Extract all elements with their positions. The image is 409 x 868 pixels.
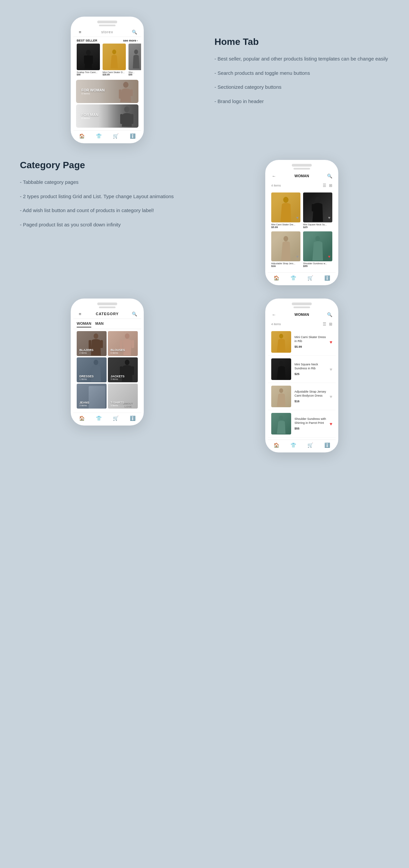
wishlist-button[interactable]: ♥ <box>296 215 299 220</box>
nav-home[interactable]: 🏠 <box>274 442 279 448</box>
items-count: 4 items <box>271 184 281 187</box>
nav-info[interactable]: ℹ️ <box>325 442 330 448</box>
grid-product-card[interactable]: ♥ Adjustable Strap Jers... $16 <box>271 231 301 268</box>
tab-woman[interactable]: WOMAN <box>77 321 91 328</box>
category-tiles-phone: ≡ CATEGORY 🔍 WOMAN MAN <box>71 299 144 426</box>
wishlist-button[interactable]: ♥ <box>330 339 332 345</box>
category-tile-jeans[interactable]: JEANS 3 items <box>77 384 107 409</box>
product-name: Mini Cami Skater Dress in Rib <box>295 335 326 343</box>
grid-product-card[interactable]: ♥ Shoulder Sundress w... $55 <box>303 231 332 268</box>
category-page-features: - Tabbable category pages - 2 types prod… <box>20 179 195 228</box>
list-product-item[interactable]: Mini Cami Skater Dress in Rib $5.99 ♥ <box>268 329 336 356</box>
wishlist-button[interactable]: ♥ <box>330 421 332 427</box>
nav-info[interactable]: ℹ️ <box>130 133 136 139</box>
tab-man[interactable]: MAN <box>95 321 104 328</box>
category-tile-tshirts[interactable]: SMOUTLOVE T-SHIRTS 3 items <box>108 384 138 409</box>
category-page-title: Category Page <box>20 160 195 170</box>
menu-icon[interactable]: ≡ <box>77 311 83 316</box>
home-header: ≡ storex 🔍 <box>73 27 141 37</box>
search-icon[interactable]: 🔍 <box>132 29 137 35</box>
page-title: WOMAN <box>277 174 327 178</box>
list-product-item[interactable]: Adjustable Strap Jersey Cami Bodycon Dre… <box>268 383 336 410</box>
svg-point-23 <box>125 360 130 365</box>
nav-category[interactable]: 👕 <box>291 275 297 281</box>
svg-point-26 <box>279 334 283 338</box>
nav-info[interactable]: ℹ️ <box>325 275 330 281</box>
tile-label: BLOUSES 0 items <box>108 346 128 356</box>
nav-home[interactable]: 🏠 <box>79 415 85 422</box>
search-icon[interactable]: 🔍 <box>327 312 332 317</box>
product-info: Shoulder Sundress with Shirring in Parro… <box>295 417 326 430</box>
product-price: $55 <box>129 73 141 76</box>
nav-category[interactable]: 👕 <box>96 133 102 139</box>
nav-category[interactable]: 👕 <box>291 442 297 448</box>
nav-info[interactable]: ℹ️ <box>130 415 136 422</box>
svg-rect-1 <box>84 56 86 64</box>
tile-label: JEANS 3 items <box>77 399 92 409</box>
list-view-icon[interactable]: ☰ <box>323 322 326 327</box>
wishlist-button[interactable]: ♥ <box>330 367 332 372</box>
woman-grid-phone: ← WOMAN 🔍 4 items ☰ ⊞ <box>265 160 338 285</box>
woman-list-topbar: ← WOMAN 🔍 <box>268 309 336 320</box>
nav-cart[interactable]: 🛒 <box>113 415 119 422</box>
category-tile-blouses[interactable]: BLOUSES 0 items <box>108 331 138 356</box>
feature-item: - Add wish list button and count of prod… <box>20 207 195 214</box>
product-info: Mini Cami Skater Dress in Rib $5.99 <box>295 335 326 348</box>
feature-item: - Search products and toggle menu button… <box>214 69 389 77</box>
svg-point-22 <box>94 360 98 365</box>
grid-product-card[interactable]: ♥ Mini Cami Skater Dre... $5.99 <box>271 192 301 229</box>
svg-rect-21 <box>132 340 134 348</box>
woman-list-section: ← WOMAN 🔍 4 items ☰ ⊞ <box>214 299 389 453</box>
svg-point-8 <box>124 106 130 112</box>
back-button[interactable]: ← <box>271 173 277 179</box>
product-image <box>271 385 291 407</box>
product-info: Mini Square Neck Sundress in Rib $25 <box>295 363 326 376</box>
product-name: Mini Cami Skater D... <box>103 71 126 73</box>
product-image <box>103 43 126 70</box>
wishlist-button[interactable]: ♥ <box>328 215 330 220</box>
product-card[interactable]: Mini Cami Skater D... $35.99 <box>103 43 126 76</box>
wishlist-button[interactable]: ♥ <box>296 254 299 259</box>
nav-home[interactable]: 🏠 <box>274 275 279 281</box>
nav-cart[interactable]: 🛒 <box>307 442 313 448</box>
grid-product-card[interactable]: ♥ Mini Square Neck Su... $25 <box>303 192 332 229</box>
see-more-link[interactable]: see more › <box>123 39 138 42</box>
home-phone: ≡ storex 🔍 BEST SELLER see more › <box>71 17 144 143</box>
grid-view-icon[interactable]: ⊞ <box>329 322 332 327</box>
category-page-description: Category Page - Tabbable category pages … <box>20 157 195 235</box>
nav-cart[interactable]: 🛒 <box>113 133 119 139</box>
nav-category[interactable]: 👕 <box>96 415 102 422</box>
list-product-item[interactable]: Shoulder Sundress with Shirring in Parro… <box>268 410 336 437</box>
nav-cart[interactable]: 🛒 <box>307 275 313 281</box>
feature-item: - Best seller, popular and other product… <box>214 55 389 63</box>
svg-point-19 <box>125 334 130 339</box>
product-name: Sho... <box>129 71 141 73</box>
search-icon[interactable]: 🔍 <box>132 311 137 316</box>
product-name: Scallop Trim Cami... <box>77 71 100 73</box>
product-card[interactable]: Scallop Trim Cami... $90 <box>77 43 100 76</box>
feature-item: - 2 types product listing Grid and List.… <box>20 193 195 200</box>
category-tile-dresses[interactable]: DRESSES 1 items <box>77 358 107 382</box>
list-view-icon[interactable]: ☰ <box>323 183 326 188</box>
woman-banner-label: FOR WOMAN 5 items <box>76 85 110 98</box>
woman-banner[interactable]: FOR WOMAN 5 items <box>76 80 138 103</box>
wishlist-button[interactable]: ♥ <box>328 254 330 259</box>
menu-icon[interactable]: ≡ <box>77 29 83 35</box>
product-price: $55 <box>295 427 326 430</box>
nav-home[interactable]: 🏠 <box>79 133 85 139</box>
svg-point-16 <box>94 334 98 339</box>
search-icon[interactable]: 🔍 <box>327 173 332 179</box>
svg-rect-6 <box>119 89 122 99</box>
man-banner[interactable]: FOR MAN 0 items <box>76 104 138 128</box>
category-tile-blazers[interactable]: BLAZERS 2 items <box>77 331 107 356</box>
items-count: 4 items <box>271 322 281 326</box>
category-tile-jackets[interactable]: JACKETS 3 items <box>108 358 138 382</box>
list-product-item[interactable]: Mini Square Neck Sundress in Rib $25 ♥ <box>268 356 336 383</box>
filter-bar: 4 items ☰ ⊞ <box>268 320 336 329</box>
product-price: $16 <box>295 400 326 403</box>
back-button[interactable]: ← <box>271 312 277 317</box>
product-card[interactable]: Sho... $55 <box>129 43 141 76</box>
home-tab-title: Home Tab <box>214 37 389 47</box>
wishlist-button[interactable]: ♥ <box>330 394 332 399</box>
grid-view-icon[interactable]: ⊞ <box>329 183 332 188</box>
